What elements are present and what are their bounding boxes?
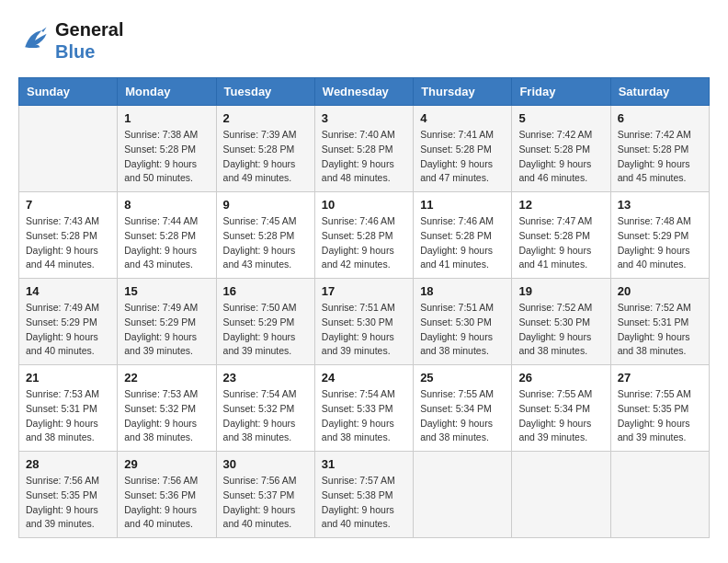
calendar-cell: 21Sunrise: 7:53 AMSunset: 5:31 PMDayligh…	[19, 365, 118, 452]
day-number: 30	[223, 457, 308, 471]
calendar-cell: 26Sunrise: 7:55 AMSunset: 5:34 PMDayligh…	[512, 365, 610, 452]
calendar-week-1: 1Sunrise: 7:38 AMSunset: 5:28 PMDaylight…	[19, 106, 710, 192]
calendar-cell: 27Sunrise: 7:55 AMSunset: 5:35 PMDayligh…	[610, 365, 709, 452]
calendar-cell: 22Sunrise: 7:53 AMSunset: 5:32 PMDayligh…	[118, 365, 216, 452]
calendar-week-2: 7Sunrise: 7:43 AMSunset: 5:28 PMDaylight…	[19, 192, 710, 279]
calendar-cell: 5Sunrise: 7:42 AMSunset: 5:28 PMDaylight…	[512, 106, 610, 192]
day-info: Sunrise: 7:43 AMSunset: 5:28 PMDaylight:…	[26, 214, 110, 272]
calendar-week-3: 14Sunrise: 7:49 AMSunset: 5:29 PMDayligh…	[19, 279, 710, 365]
day-info: Sunrise: 7:44 AMSunset: 5:28 PMDaylight:…	[124, 214, 209, 272]
weekday-header-wednesday: Wednesday	[314, 78, 413, 106]
day-info: Sunrise: 7:51 AMSunset: 5:30 PMDaylight:…	[322, 301, 406, 359]
calendar-cell: 23Sunrise: 7:54 AMSunset: 5:32 PMDayligh…	[216, 365, 314, 452]
day-number: 17	[322, 284, 406, 298]
calendar-cell: 13Sunrise: 7:48 AMSunset: 5:29 PMDayligh…	[610, 192, 709, 279]
calendar-cell	[610, 452, 709, 538]
day-number: 20	[618, 284, 702, 298]
day-number: 14	[26, 284, 110, 298]
calendar-cell: 2Sunrise: 7:39 AMSunset: 5:28 PMDaylight…	[216, 106, 314, 192]
day-info: Sunrise: 7:56 AMSunset: 5:36 PMDaylight:…	[124, 474, 209, 532]
calendar-cell	[512, 452, 610, 538]
weekday-header-thursday: Thursday	[414, 78, 512, 106]
day-info: Sunrise: 7:49 AMSunset: 5:29 PMDaylight:…	[26, 301, 110, 359]
day-number: 28	[26, 457, 110, 471]
day-number: 15	[124, 284, 209, 298]
day-number: 5	[518, 111, 603, 125]
day-number: 12	[518, 198, 603, 212]
day-info: Sunrise: 7:56 AMSunset: 5:37 PMDaylight:…	[223, 474, 308, 532]
day-number: 21	[26, 371, 110, 385]
calendar-cell: 8Sunrise: 7:44 AMSunset: 5:28 PMDaylight…	[118, 192, 216, 279]
day-number: 23	[223, 371, 308, 385]
day-number: 31	[322, 457, 406, 471]
weekday-header-friday: Friday	[512, 78, 610, 106]
weekday-header-tuesday: Tuesday	[216, 78, 314, 106]
day-info: Sunrise: 7:50 AMSunset: 5:29 PMDaylight:…	[223, 301, 308, 359]
day-info: Sunrise: 7:53 AMSunset: 5:32 PMDaylight:…	[124, 387, 209, 445]
logo-text: General Blue	[55, 18, 123, 63]
day-number: 11	[420, 198, 505, 212]
day-number: 3	[322, 111, 406, 125]
day-number: 1	[124, 111, 209, 125]
calendar-cell: 29Sunrise: 7:56 AMSunset: 5:36 PMDayligh…	[118, 452, 216, 538]
day-info: Sunrise: 7:57 AMSunset: 5:38 PMDaylight:…	[322, 474, 406, 532]
calendar-week-5: 28Sunrise: 7:56 AMSunset: 5:35 PMDayligh…	[19, 452, 710, 538]
page-header: General Blue	[18, 18, 710, 63]
day-info: Sunrise: 7:47 AMSunset: 5:28 PMDaylight:…	[518, 214, 603, 272]
calendar-cell: 25Sunrise: 7:55 AMSunset: 5:34 PMDayligh…	[414, 365, 512, 452]
day-info: Sunrise: 7:40 AMSunset: 5:28 PMDaylight:…	[322, 128, 406, 186]
logo-icon	[18, 24, 51, 57]
day-info: Sunrise: 7:46 AMSunset: 5:28 PMDaylight:…	[322, 214, 406, 272]
calendar-cell: 24Sunrise: 7:54 AMSunset: 5:33 PMDayligh…	[314, 365, 413, 452]
calendar-cell: 15Sunrise: 7:49 AMSunset: 5:29 PMDayligh…	[118, 279, 216, 365]
weekday-header-monday: Monday	[118, 78, 216, 106]
logo: General Blue	[18, 18, 123, 63]
calendar-week-4: 21Sunrise: 7:53 AMSunset: 5:31 PMDayligh…	[19, 365, 710, 452]
day-number: 26	[518, 371, 603, 385]
calendar-cell: 31Sunrise: 7:57 AMSunset: 5:38 PMDayligh…	[314, 452, 413, 538]
calendar-cell: 28Sunrise: 7:56 AMSunset: 5:35 PMDayligh…	[19, 452, 118, 538]
calendar-cell: 7Sunrise: 7:43 AMSunset: 5:28 PMDaylight…	[19, 192, 118, 279]
day-number: 19	[518, 284, 603, 298]
day-number: 6	[618, 111, 702, 125]
calendar-cell: 30Sunrise: 7:56 AMSunset: 5:37 PMDayligh…	[216, 452, 314, 538]
day-info: Sunrise: 7:52 AMSunset: 5:31 PMDaylight:…	[618, 301, 702, 359]
calendar-cell: 18Sunrise: 7:51 AMSunset: 5:30 PMDayligh…	[414, 279, 512, 365]
weekday-header-saturday: Saturday	[610, 78, 709, 106]
day-number: 27	[618, 371, 702, 385]
day-info: Sunrise: 7:42 AMSunset: 5:28 PMDaylight:…	[518, 128, 603, 186]
day-info: Sunrise: 7:54 AMSunset: 5:32 PMDaylight:…	[223, 387, 308, 445]
calendar-table: SundayMondayTuesdayWednesdayThursdayFrid…	[18, 77, 710, 538]
day-number: 10	[322, 198, 406, 212]
calendar-cell: 17Sunrise: 7:51 AMSunset: 5:30 PMDayligh…	[314, 279, 413, 365]
day-info: Sunrise: 7:53 AMSunset: 5:31 PMDaylight:…	[26, 387, 110, 445]
day-info: Sunrise: 7:46 AMSunset: 5:28 PMDaylight:…	[420, 214, 505, 272]
calendar-cell: 6Sunrise: 7:42 AMSunset: 5:28 PMDaylight…	[610, 106, 709, 192]
day-info: Sunrise: 7:38 AMSunset: 5:28 PMDaylight:…	[124, 128, 209, 186]
day-info: Sunrise: 7:52 AMSunset: 5:30 PMDaylight:…	[518, 301, 603, 359]
day-info: Sunrise: 7:45 AMSunset: 5:28 PMDaylight:…	[223, 214, 308, 272]
calendar-cell: 4Sunrise: 7:41 AMSunset: 5:28 PMDaylight…	[414, 106, 512, 192]
weekday-header-row: SundayMondayTuesdayWednesdayThursdayFrid…	[19, 78, 710, 106]
day-number: 2	[223, 111, 308, 125]
day-info: Sunrise: 7:39 AMSunset: 5:28 PMDaylight:…	[223, 128, 308, 186]
day-info: Sunrise: 7:55 AMSunset: 5:34 PMDaylight:…	[518, 387, 603, 445]
calendar-cell: 3Sunrise: 7:40 AMSunset: 5:28 PMDaylight…	[314, 106, 413, 192]
day-info: Sunrise: 7:48 AMSunset: 5:29 PMDaylight:…	[618, 214, 702, 272]
day-info: Sunrise: 7:56 AMSunset: 5:35 PMDaylight:…	[26, 474, 110, 532]
calendar-cell	[414, 452, 512, 538]
calendar-cell: 16Sunrise: 7:50 AMSunset: 5:29 PMDayligh…	[216, 279, 314, 365]
calendar-cell	[19, 106, 118, 192]
calendar-cell: 19Sunrise: 7:52 AMSunset: 5:30 PMDayligh…	[512, 279, 610, 365]
day-info: Sunrise: 7:51 AMSunset: 5:30 PMDaylight:…	[420, 301, 505, 359]
day-number: 29	[124, 457, 209, 471]
day-number: 24	[322, 371, 406, 385]
day-number: 8	[124, 198, 209, 212]
day-number: 22	[124, 371, 209, 385]
day-number: 4	[420, 111, 505, 125]
day-number: 13	[618, 198, 702, 212]
day-number: 18	[420, 284, 505, 298]
day-number: 7	[26, 198, 110, 212]
day-info: Sunrise: 7:55 AMSunset: 5:34 PMDaylight:…	[420, 387, 505, 445]
calendar-cell: 20Sunrise: 7:52 AMSunset: 5:31 PMDayligh…	[610, 279, 709, 365]
